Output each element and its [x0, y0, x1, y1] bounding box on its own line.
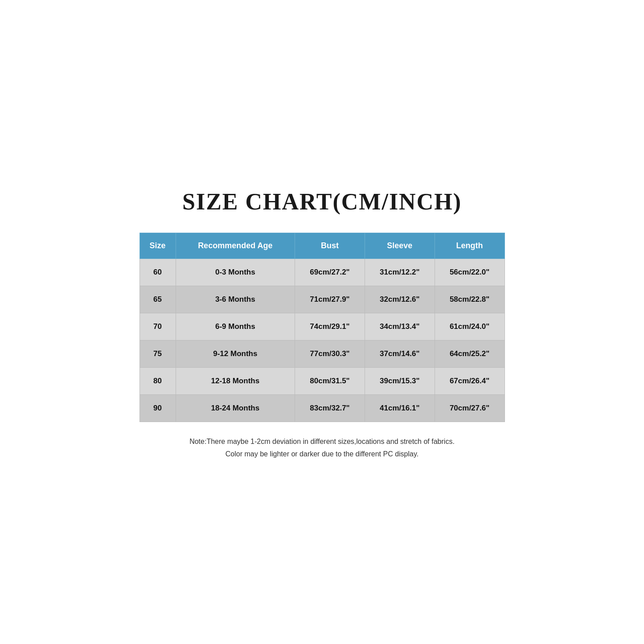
cell-bust: 77cm/30.3"	[295, 340, 365, 368]
cell-age: 0-3 Months	[176, 259, 295, 286]
note-line-2: Color may be lighter or darker due to th…	[139, 448, 505, 460]
col-header-bust: Bust	[295, 233, 365, 259]
cell-bust: 74cm/29.1"	[295, 313, 365, 340]
cell-length: 56cm/22.0"	[435, 259, 505, 286]
cell-age: 6-9 Months	[176, 313, 295, 340]
cell-size: 70	[139, 313, 176, 340]
cell-sleeve: 37cm/14.6"	[365, 340, 435, 368]
col-header-length: Length	[435, 233, 505, 259]
table-row: 600-3 Months69cm/27.2"31cm/12.2"56cm/22.…	[139, 259, 505, 286]
cell-length: 61cm/24.0"	[435, 313, 505, 340]
col-header-age: Recommended Age	[176, 233, 295, 259]
cell-length: 58cm/22.8"	[435, 286, 505, 313]
cell-sleeve: 32cm/12.6"	[365, 286, 435, 313]
col-header-sleeve: Sleeve	[365, 233, 435, 259]
cell-size: 80	[139, 368, 176, 395]
cell-bust: 80cm/31.5"	[295, 368, 365, 395]
page-container: SIZE CHART(cm/inch) Size Recommended Age…	[122, 162, 523, 482]
cell-sleeve: 34cm/13.4"	[365, 313, 435, 340]
table-row: 8012-18 Months80cm/31.5"39cm/15.3"67cm/2…	[139, 368, 505, 395]
cell-sleeve: 31cm/12.2"	[365, 259, 435, 286]
table-row: 706-9 Months74cm/29.1"34cm/13.4"61cm/24.…	[139, 313, 505, 340]
cell-age: 3-6 Months	[176, 286, 295, 313]
size-chart-table: Size Recommended Age Bust Sleeve Length …	[139, 233, 505, 422]
cell-size: 65	[139, 286, 176, 313]
cell-age: 18-24 Months	[176, 395, 295, 422]
table-row: 759-12 Months77cm/30.3"37cm/14.6"64cm/25…	[139, 340, 505, 368]
cell-size: 75	[139, 340, 176, 368]
cell-age: 9-12 Months	[176, 340, 295, 368]
table-row: 653-6 Months71cm/27.9"32cm/12.6"58cm/22.…	[139, 286, 505, 313]
cell-bust: 71cm/27.9"	[295, 286, 365, 313]
col-header-size: Size	[139, 233, 176, 259]
cell-length: 70cm/27.6"	[435, 395, 505, 422]
cell-size: 90	[139, 395, 176, 422]
cell-bust: 83cm/32.7"	[295, 395, 365, 422]
cell-sleeve: 41cm/16.1"	[365, 395, 435, 422]
cell-length: 67cm/26.4"	[435, 368, 505, 395]
table-row: 9018-24 Months83cm/32.7"41cm/16.1"70cm/2…	[139, 395, 505, 422]
cell-sleeve: 39cm/15.3"	[365, 368, 435, 395]
table-header-row: Size Recommended Age Bust Sleeve Length	[139, 233, 505, 259]
page-title: SIZE CHART(cm/inch)	[139, 189, 505, 215]
cell-bust: 69cm/27.2"	[295, 259, 365, 286]
note-section: Note:There maybe 1-2cm deviation in diff…	[139, 435, 505, 459]
cell-length: 64cm/25.2"	[435, 340, 505, 368]
note-line-1: Note:There maybe 1-2cm deviation in diff…	[139, 435, 505, 447]
cell-age: 12-18 Months	[176, 368, 295, 395]
cell-size: 60	[139, 259, 176, 286]
